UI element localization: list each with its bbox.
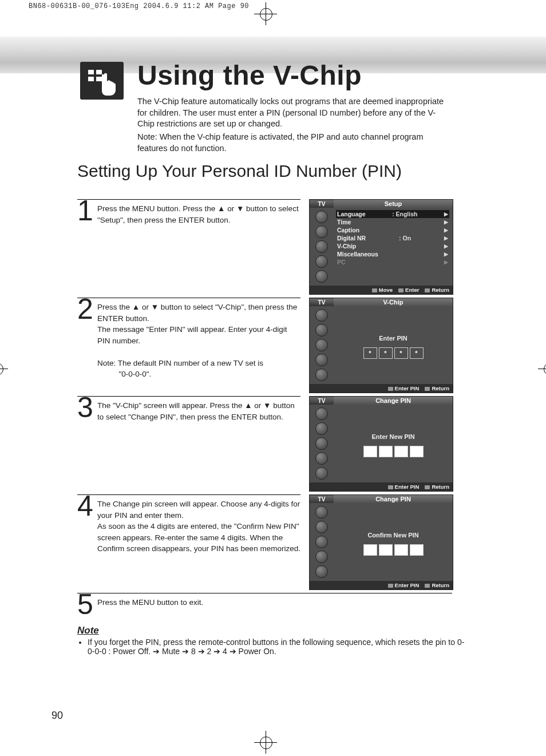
step-5: 5 Press the MENU button to exit. xyxy=(77,593,452,608)
pin-digit[interactable] xyxy=(379,446,393,457)
osd-menu-list: Language: English▶ Time▶ Caption▶ Digita… xyxy=(334,208,453,286)
page-top-note: Note: When the V-chip feature is activat… xyxy=(137,132,452,154)
pin-digit[interactable] xyxy=(379,544,393,556)
pin-prompt: Enter New PIN xyxy=(371,433,414,440)
step-number: 4 xyxy=(77,492,93,520)
osd-change-pin-confirm: TVChange PIN Confirm New PIN Enter PINRe… xyxy=(309,494,453,590)
pin-digit[interactable]: * xyxy=(410,347,424,359)
svg-rect-1 xyxy=(96,70,102,74)
menu-item-pc: PC▶ xyxy=(336,258,449,266)
pin-digit[interactable] xyxy=(394,544,408,556)
step-text: Press the ▲ or ▼ button to select "V-Chi… xyxy=(97,298,300,380)
touch-icon xyxy=(80,62,124,100)
footnote-block: Note If you forget the PIN, press the re… xyxy=(77,625,466,656)
step-1: 1 Press the MENU button. Press the ▲ or … xyxy=(77,199,300,225)
subheading: Setting Up Your Personal ID Number (PIN) xyxy=(77,161,402,181)
step-3: 3 The "V-Chip" screen will appear. Press… xyxy=(77,396,300,422)
menu-item-caption[interactable]: Caption▶ xyxy=(336,226,449,234)
osd-change-pin-enter: TVChange PIN Enter New PIN Enter PINRetu… xyxy=(309,396,453,492)
svg-rect-2 xyxy=(88,77,94,81)
osd-sidebar-icons xyxy=(310,208,334,286)
note-heading: Note xyxy=(77,625,466,636)
page-number: 90 xyxy=(52,710,63,722)
registration-mark-left xyxy=(0,361,5,377)
osd-footer: Enter PINReturn xyxy=(310,482,453,491)
registration-mark-top xyxy=(258,6,274,22)
osd-footer: Enter PINReturn xyxy=(310,581,453,589)
osd-footer: Enter PINReturn xyxy=(310,384,453,393)
print-header: BN68-00631B-00_076-103Eng 2004.6.9 11:2 … xyxy=(29,2,249,10)
menu-item-language[interactable]: Language: English▶ xyxy=(336,210,449,218)
osd-title: V-Chip xyxy=(334,298,453,306)
osd-tv-badge: TV xyxy=(310,397,334,405)
osd-sidebar-icons xyxy=(310,503,334,581)
registration-mark-right xyxy=(541,361,546,377)
osd-footer: MoveEnterReturn xyxy=(310,286,453,294)
step-2: 2 Press the ▲ or ▼ button to select "V-C… xyxy=(77,298,300,380)
step-text: The "V-Chip" screen will appear. Press t… xyxy=(97,397,300,422)
pin-digit[interactable] xyxy=(363,446,377,457)
pin-digit[interactable] xyxy=(363,544,377,556)
osd-sidebar-icons xyxy=(310,405,334,482)
osd-tv-badge: TV xyxy=(310,496,334,503)
menu-item-digital-nr[interactable]: Digital NR: On▶ xyxy=(336,234,449,242)
note-item: If you forget the PIN, press the remote-… xyxy=(88,638,466,656)
pin-digit[interactable]: * xyxy=(363,347,377,359)
page-description: The V-Chip feature automatically locks o… xyxy=(137,96,452,130)
pin-digit[interactable] xyxy=(394,446,408,457)
osd-vchip-enter-pin: TVV-Chip Enter PIN * * * * Enter PINRetu… xyxy=(309,298,453,393)
osd-setup: TVSetup Language: English▶ Time▶ Caption… xyxy=(309,199,453,295)
step-number: 5 xyxy=(77,590,93,619)
menu-item-time[interactable]: Time▶ xyxy=(336,218,449,226)
svg-rect-3 xyxy=(96,77,102,81)
pin-input-row[interactable] xyxy=(363,446,424,457)
step-text: The Change pin screen will appear. Choos… xyxy=(97,495,300,555)
menu-item-miscellaneous[interactable]: Miscellaneous▶ xyxy=(336,250,449,258)
pin-input-row[interactable]: * * * * xyxy=(363,347,424,359)
pin-digit[interactable]: * xyxy=(379,347,393,359)
svg-rect-0 xyxy=(88,70,94,74)
step-number: 3 xyxy=(77,393,93,422)
step-4: 4 The Change pin screen will appear. Cho… xyxy=(77,494,300,555)
pin-prompt: Confirm New PIN xyxy=(367,532,418,539)
osd-title: Change PIN xyxy=(334,397,453,405)
step-number: 2 xyxy=(77,295,93,323)
osd-title: Setup xyxy=(334,200,453,208)
osd-sidebar-icons xyxy=(310,306,334,384)
pin-prompt: Enter PIN xyxy=(379,335,407,342)
osd-tv-badge: TV xyxy=(310,299,334,306)
step-number: 1 xyxy=(77,196,93,225)
registration-mark-bottom xyxy=(258,734,274,750)
manual-page: BN68-00631B-00_076-103Eng 2004.6.9 11:2 … xyxy=(0,0,546,756)
page-title: Using the V-Chip xyxy=(137,60,362,91)
osd-title: Change PIN xyxy=(334,495,453,503)
pin-digit[interactable]: * xyxy=(394,347,408,359)
step-text: Press the MENU button to exit. xyxy=(97,593,452,608)
step-text: Press the MENU button. Press the ▲ or ▼ … xyxy=(97,200,300,225)
osd-tv-badge: TV xyxy=(310,200,334,208)
menu-item-v-chip[interactable]: V-Chip▶ xyxy=(336,242,449,250)
pin-input-row[interactable] xyxy=(363,544,424,556)
pin-digit[interactable] xyxy=(410,446,424,457)
pin-digit[interactable] xyxy=(410,544,424,556)
